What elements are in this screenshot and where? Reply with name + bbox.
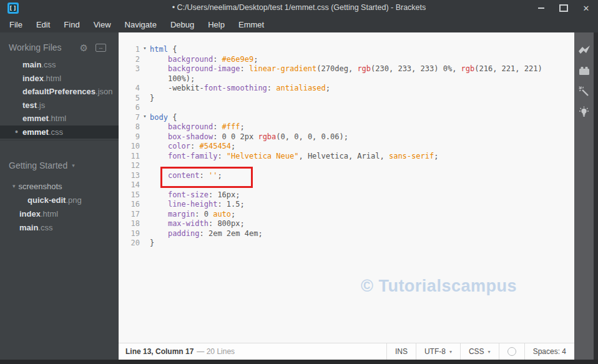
fold-gutter (140, 142, 150, 152)
code-text: padding: 2em 2em 4em; (150, 229, 263, 239)
code-text: margin: 0 auto; (150, 210, 235, 220)
line-number: 5 (119, 94, 140, 104)
folder-expand-icon[interactable]: ▾ (12, 183, 16, 189)
fold-arrow-icon[interactable]: ▾ (140, 113, 150, 123)
menu-help[interactable]: Help (201, 17, 232, 32)
tree-item-index.html[interactable]: index.html (0, 207, 119, 220)
code-editor[interactable]: 1▾html {2 background: #e6e9e9;3 backgrou… (119, 32, 574, 343)
fold-gutter (140, 55, 150, 65)
maximize-button[interactable] (557, 2, 571, 14)
live-preview-icon[interactable] (578, 44, 591, 56)
code-text: box-shadow: 0 0 2px rgba(0, 0, 0, 0.06); (150, 132, 348, 142)
code-line-7: 7▾body { (119, 113, 574, 123)
line-number: 12 (119, 161, 140, 171)
split-view-icon[interactable]: ↔ (96, 44, 106, 52)
magic-wand-icon[interactable] (578, 85, 591, 97)
file-name: emmet (22, 127, 49, 137)
status-spaces[interactable]: Spaces: 4 (524, 343, 574, 360)
fold-gutter (140, 94, 150, 104)
code-line-4: 4 -webkit-font-smoothing: antialiased; (119, 84, 574, 94)
code-text: font-size: 16px; (150, 190, 240, 200)
code-line-16: 16 line-height: 1.5; (119, 200, 574, 210)
tree-item-main.css[interactable]: main.css (0, 220, 119, 234)
code-text: max-width: 800px; (150, 219, 245, 229)
lightbulb-icon[interactable] (578, 106, 591, 118)
code-text: body { (150, 113, 177, 123)
working-file-defaultPreferences.json[interactable]: defaultPreferences.json (0, 85, 119, 99)
file-name: main (22, 60, 41, 69)
file-name: index (19, 209, 41, 219)
gear-icon[interactable]: ⚙ (80, 43, 88, 52)
working-files-title: Working Files (9, 42, 62, 52)
file-ext: .css (41, 60, 56, 69)
menu-edit[interactable]: Edit (29, 17, 57, 32)
code-text: line-height: 1.5; (150, 200, 245, 210)
code-line-17: 17 margin: 0 auto; (119, 210, 574, 220)
code-text: font-family: "Helvetica Neue", Helvetica… (150, 152, 438, 162)
menu-navigate[interactable]: Navigate (118, 17, 164, 32)
line-number: 14 (119, 180, 140, 190)
fold-gutter (140, 190, 150, 200)
working-file-emmet.html[interactable]: emmet.html (0, 112, 119, 125)
fold-gutter (140, 239, 150, 248)
line-number: 13 (119, 171, 140, 181)
line-number: 1 (119, 45, 140, 55)
fold-gutter (140, 219, 150, 229)
code-text: } (150, 239, 154, 248)
line-number: 16 (119, 200, 140, 210)
menu-debug[interactable]: Debug (164, 17, 201, 32)
close-button[interactable]: ✕ (579, 2, 593, 14)
code-line-1: 1▾html { (119, 45, 574, 55)
window-bottom-border (0, 360, 598, 364)
file-ext: .css (38, 223, 52, 232)
tree-item-screenshots[interactable]: ▾screenshots (0, 179, 119, 193)
code-area: 1▾html {2 background: #e6e9e9;3 backgrou… (119, 45, 574, 248)
project-name: Getting Started (9, 160, 67, 170)
sidebar: Working Files ⚙ ↔ main.cssindex.htmldefa… (0, 32, 119, 360)
file-name: defaultPreferences (22, 87, 96, 96)
file-ext: .png (66, 195, 81, 205)
file-name: index (22, 74, 44, 83)
fold-gutter (140, 161, 150, 171)
line-number: 8 (119, 122, 140, 132)
code-line-19: 19 padding: 2em 2em 4em; (119, 229, 574, 239)
fold-arrow-icon[interactable]: ▾ (140, 45, 150, 55)
file-ext: .css (49, 127, 63, 137)
code-line-9: 9 box-shadow: 0 0 2px rgba(0, 0, 0, 0.06… (119, 132, 574, 142)
working-file-test.js[interactable]: test.js (0, 99, 119, 112)
project-dropdown[interactable]: Getting Started ▾ (0, 160, 119, 170)
menu-find[interactable]: Find (57, 17, 86, 32)
file-ext: .json (96, 87, 112, 96)
code-text: color: #545454; (150, 142, 235, 152)
file-name: emmet (22, 114, 49, 123)
right-toolbar (574, 32, 594, 360)
code-line-2: 2 background: #e6e9e9; (119, 55, 574, 65)
working-file-index.html[interactable]: index.html (0, 72, 119, 86)
menu-view[interactable]: View (87, 17, 118, 32)
fold-gutter (140, 180, 150, 190)
menu-file[interactable]: File (2, 17, 29, 32)
working-file-emmet.css[interactable]: •emmet.css (0, 125, 119, 139)
code-line-3: 3 background-image: linear-gradient(270d… (119, 64, 574, 74)
fold-gutter (140, 74, 150, 84)
file-ext: .html (44, 74, 61, 83)
window-title: • C:/Users/neelima/Desktop/test 1/emmet.… (0, 3, 598, 12)
lint-status-circle[interactable] (499, 343, 524, 360)
code-text: background: #e6e9e9; (150, 55, 258, 65)
status-ins[interactable]: INS (386, 343, 416, 360)
line-number: 3 (119, 64, 140, 74)
menu-emmet[interactable]: Emmet (232, 17, 271, 32)
fold-gutter (140, 64, 150, 74)
tree-item-quick-edit.png[interactable]: quick-edit.png (0, 193, 119, 207)
code-line-6: 6 (119, 103, 574, 113)
file-ext: .js (37, 101, 45, 110)
watermark: © Tutorialscampus (361, 277, 517, 296)
status-css[interactable]: CSS▾ (460, 343, 499, 360)
fold-gutter (140, 103, 150, 113)
minimize-button[interactable] (534, 2, 548, 14)
working-file-main.css[interactable]: main.css (0, 58, 119, 72)
maximize-icon (559, 4, 568, 12)
code-text: } (150, 94, 154, 104)
status-utf-8[interactable]: UTF-8▾ (416, 343, 460, 360)
extension-manager-icon[interactable] (578, 64, 591, 77)
